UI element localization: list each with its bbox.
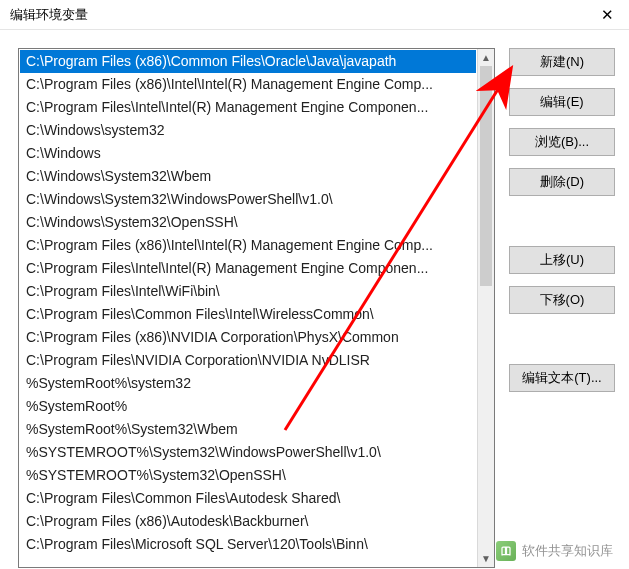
scroll-up-icon[interactable]: ▲ [478,49,494,66]
list-item[interactable]: C:\Program Files (x86)\Intel\Intel(R) Ma… [20,234,476,257]
scroll-thumb[interactable] [480,66,492,286]
list-item[interactable]: C:\Windows [20,142,476,165]
edittext-button[interactable]: 编辑文本(T)... [509,364,615,392]
list-item[interactable]: %SYSTEMROOT%\System32\WindowsPowerShell\… [20,441,476,464]
movedown-button[interactable]: 下移(O) [509,286,615,314]
watermark: 软件共享知识库 [496,541,613,561]
list-item[interactable]: C:\Program Files (x86)\Intel\Intel(R) Ma… [20,73,476,96]
list-item[interactable]: C:\Windows\System32\WindowsPowerShell\v1… [20,188,476,211]
titlebar: 编辑环境变量 ✕ [0,0,629,30]
close-icon[interactable]: ✕ [593,6,621,24]
watermark-text: 软件共享知识库 [522,542,613,560]
delete-button[interactable]: 删除(D) [509,168,615,196]
list-item[interactable]: C:\Program Files\Intel\Intel(R) Manageme… [20,96,476,119]
list-item[interactable]: C:\Program Files\NVIDIA Corporation\NVID… [20,349,476,372]
list-item[interactable]: C:\Windows\System32\OpenSSH\ [20,211,476,234]
list-item[interactable]: C:\Program Files (x86)\NVIDIA Corporatio… [20,326,476,349]
scroll-down-icon[interactable]: ▼ [478,550,494,567]
path-list[interactable]: C:\Program Files (x86)\Common Files\Orac… [18,48,495,568]
list-item[interactable]: C:\Program Files\Microsoft SQL Server\12… [20,533,476,556]
new-button[interactable]: 新建(N) [509,48,615,76]
list-item[interactable]: %SystemRoot%\system32 [20,372,476,395]
scroll-track[interactable] [478,66,494,550]
list-item[interactable]: C:\Program Files\Intel\WiFi\bin\ [20,280,476,303]
moveup-button[interactable]: 上移(U) [509,246,615,274]
edit-button[interactable]: 编辑(E) [509,88,615,116]
button-column: 新建(N) 编辑(E) 浏览(B)... 删除(D) 上移(U) 下移(O) 编… [509,48,615,569]
content-area: C:\Program Files (x86)\Common Files\Orac… [0,30,629,569]
window-title: 编辑环境变量 [10,6,88,24]
list-item[interactable]: %SystemRoot%\System32\Wbem [20,418,476,441]
watermark-icon [496,541,516,561]
list-item[interactable]: C:\Windows\system32 [20,119,476,142]
list-item[interactable]: C:\Program Files\Intel\Intel(R) Manageme… [20,257,476,280]
list-item[interactable]: %SystemRoot% [20,395,476,418]
list-item[interactable]: C:\Windows\System32\Wbem [20,165,476,188]
list-item[interactable]: C:\Program Files\Common Files\Intel\Wire… [20,303,476,326]
browse-button[interactable]: 浏览(B)... [509,128,615,156]
list-item[interactable]: C:\Program Files (x86)\Autodesk\Backburn… [20,510,476,533]
list-item[interactable]: %SYSTEMROOT%\System32\OpenSSH\ [20,464,476,487]
path-list-rows[interactable]: C:\Program Files (x86)\Common Files\Orac… [19,49,477,567]
list-item[interactable]: C:\Program Files (x86)\Common Files\Orac… [20,50,476,73]
scrollbar[interactable]: ▲ ▼ [477,49,494,567]
list-item[interactable]: C:\Program Files\Common Files\Autodesk S… [20,487,476,510]
